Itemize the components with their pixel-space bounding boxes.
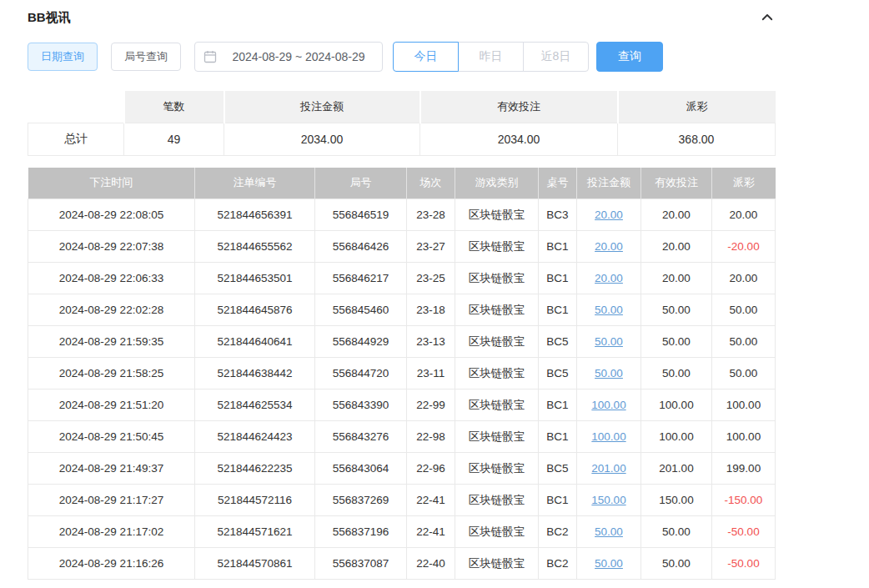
session-cell: 22-98 [407, 421, 455, 453]
bet-amount-cell: 20.00 [577, 263, 641, 294]
calendar-icon [203, 50, 217, 63]
table-row: 2024-08-29 21:58:25 521844638442 5568447… [28, 358, 776, 389]
bet-amount-link[interactable]: 50.00 [595, 525, 623, 538]
summary-column-header: 投注金额 [224, 91, 420, 123]
bet-amount-link[interactable]: 50.00 [595, 367, 623, 379]
table-no-cell: BC3 [539, 199, 577, 231]
table-row: 2024-08-29 21:16:26 521844570861 5568370… [28, 548, 776, 580]
search-button[interactable]: 查询 [596, 42, 663, 72]
bet-amount-cell: 150.00 [577, 485, 641, 516]
summary-bet-amount: 2034.00 [224, 123, 420, 155]
payout-cell: 100.00 [712, 421, 776, 453]
session-cell: 22-41 [407, 516, 455, 548]
bet-amount-cell: 50.00 [577, 326, 641, 358]
summary-column-header: 派彩 [618, 91, 776, 123]
bet-amount-cell: 50.00 [577, 548, 641, 580]
session-cell: 22-99 [407, 389, 455, 421]
table-no-cell: BC2 [539, 516, 577, 548]
session-cell: 22-96 [407, 453, 455, 485]
bet-amount-link[interactable]: 50.00 [595, 335, 623, 348]
bet-time-cell: 2024-08-29 21:59:35 [28, 326, 195, 358]
bet-id-cell: 521844653501 [195, 263, 315, 294]
game-type-cell: 区块链骰宝 [455, 294, 539, 326]
valid-bet-cell: 100.00 [641, 389, 712, 421]
summary-column-header: 笔数 [124, 91, 224, 123]
bet-amount-cell: 20.00 [577, 231, 641, 263]
bet-id-cell: 521844655562 [195, 231, 315, 263]
game-type-cell: 区块链骰宝 [455, 421, 539, 453]
round-id-cell: 556845460 [315, 294, 407, 326]
bet-amount-cell: 50.00 [577, 516, 641, 548]
valid-bet-cell: 50.00 [641, 516, 712, 548]
summary-payout: 368.00 [618, 123, 776, 155]
game-type-cell: 区块链骰宝 [455, 548, 539, 580]
bet-time-cell: 2024-08-29 22:02:28 [28, 294, 195, 326]
quick-range-group: 今日 昨日 近8日 [393, 42, 589, 72]
table-no-cell: BC5 [539, 358, 577, 389]
table-row: 2024-08-29 22:02:28 521844645876 5568454… [28, 294, 776, 326]
bet-amount-link[interactable]: 50.00 [595, 304, 623, 316]
column-header: 桌号 [539, 168, 577, 199]
session-cell: 23-18 [407, 294, 455, 326]
table-no-cell: BC1 [539, 294, 577, 326]
bet-amount-link[interactable]: 20.00 [595, 240, 623, 253]
table-no-cell: BC1 [539, 485, 577, 516]
payout-cell: 50.00 [712, 358, 776, 389]
yesterday-button[interactable]: 昨日 [458, 42, 524, 72]
bet-id-cell: 521844645876 [195, 294, 315, 326]
last-8-days-button[interactable]: 近8日 [523, 42, 589, 72]
bet-amount-cell: 201.00 [577, 453, 641, 485]
bet-amount-link[interactable]: 201.00 [591, 462, 625, 475]
table-no-cell: BC2 [539, 548, 577, 580]
bb-video-panel: BB视讯 日期查询 局号查询 2024-08-29 ~ 2024-08-29 今… [28, 0, 775, 580]
collapse-chevron-up-icon[interactable] [760, 10, 775, 25]
round-query-button[interactable]: 局号查询 [111, 43, 181, 71]
payout-cell: -50.00 [712, 548, 776, 580]
column-header: 投注金额 [577, 168, 641, 199]
bet-amount-link[interactable]: 50.00 [595, 557, 623, 570]
summary-column-header: 有效投注 [420, 91, 618, 123]
bet-time-cell: 2024-08-29 21:17:02 [28, 516, 195, 548]
date-query-button[interactable]: 日期查询 [28, 43, 98, 71]
bet-time-cell: 2024-08-29 22:08:05 [28, 199, 195, 231]
bet-id-cell: 521844638442 [195, 358, 315, 389]
game-type-cell: 区块链骰宝 [455, 231, 539, 263]
date-range-picker[interactable]: 2024-08-29 ~ 2024-08-29 [194, 42, 383, 72]
payout-cell: 20.00 [712, 199, 776, 231]
bet-amount-link[interactable]: 100.00 [591, 399, 625, 411]
valid-bet-cell: 201.00 [641, 453, 712, 485]
summary-valid-bet: 2034.00 [420, 123, 618, 155]
bet-amount-link[interactable]: 20.00 [595, 209, 623, 221]
bet-amount-cell: 50.00 [577, 294, 641, 326]
game-type-cell: 区块链骰宝 [455, 453, 539, 485]
game-type-cell: 区块链骰宝 [455, 358, 539, 389]
bet-amount-link[interactable]: 20.00 [595, 272, 623, 284]
column-header: 注单编号 [195, 168, 315, 199]
table-no-cell: BC1 [539, 421, 577, 453]
round-id-cell: 556837196 [315, 516, 407, 548]
table-no-cell: BC5 [539, 326, 577, 358]
table-row: 2024-08-29 21:50:45 521844624423 5568432… [28, 421, 776, 453]
filter-bar: 日期查询 局号查询 2024-08-29 ~ 2024-08-29 今日 昨日 … [28, 42, 775, 72]
bet-amount-link[interactable]: 100.00 [591, 430, 625, 443]
game-type-cell: 区块链骰宝 [455, 263, 539, 294]
payout-cell: -50.00 [712, 516, 776, 548]
payout-cell: 100.00 [712, 389, 776, 421]
table-row: 2024-08-29 22:06:33 521844653501 5568462… [28, 263, 776, 294]
panel-header: BB视讯 [28, 7, 775, 28]
payout-cell: -20.00 [712, 231, 776, 263]
page-title: BB视讯 [28, 10, 71, 26]
valid-bet-cell: 50.00 [641, 326, 712, 358]
payout-cell: 50.00 [712, 326, 776, 358]
bet-time-cell: 2024-08-29 21:49:37 [28, 453, 195, 485]
column-header: 场次 [407, 168, 455, 199]
column-header: 游戏类别 [455, 168, 539, 199]
column-header: 派彩 [712, 168, 776, 199]
date-range-value: 2024-08-29 ~ 2024-08-29 [224, 50, 374, 63]
valid-bet-cell: 20.00 [641, 199, 712, 231]
round-id-cell: 556843064 [315, 453, 407, 485]
round-id-cell: 556843276 [315, 421, 407, 453]
today-button[interactable]: 今日 [393, 42, 459, 72]
bet-amount-link[interactable]: 150.00 [591, 494, 625, 506]
table-row: 2024-08-29 21:17:27 521844572116 5568372… [28, 485, 776, 516]
